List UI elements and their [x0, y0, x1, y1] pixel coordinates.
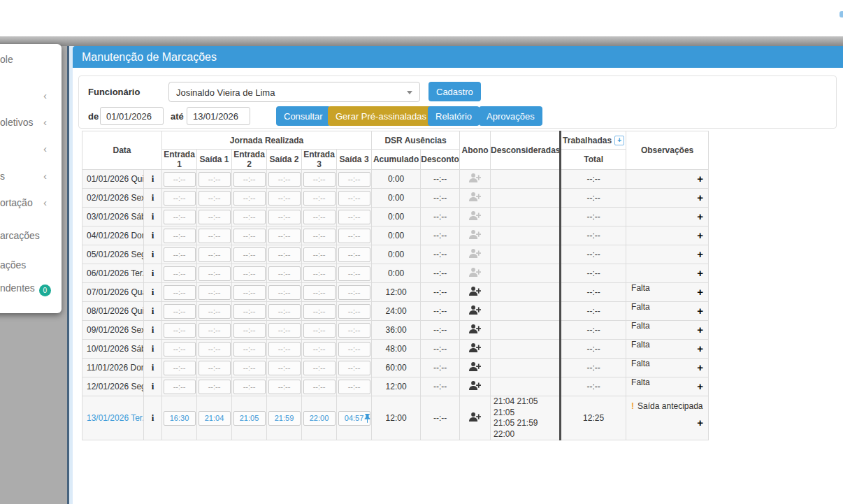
time-input[interactable]: --:-- [233, 247, 266, 262]
time-input[interactable]: --:-- [233, 229, 266, 243]
info-icon[interactable]: i [152, 230, 154, 240]
add-observation-button[interactable]: + [697, 359, 703, 377]
time-input[interactable]: --:-- [338, 172, 370, 187]
add-observation-button[interactable]: + [697, 226, 703, 245]
time-input[interactable]: --:-- [338, 361, 370, 375]
cadastro-button[interactable]: Cadastro [428, 82, 481, 101]
aprovacoes-button[interactable]: Aprovações [479, 106, 542, 126]
user-plus-icon[interactable] [469, 211, 481, 220]
time-input[interactable]: --:-- [164, 285, 196, 300]
info-icon[interactable]: i [152, 173, 154, 184]
add-observation-button[interactable]: + [697, 377, 703, 396]
info-icon[interactable]: i [152, 381, 154, 391]
user-plus-icon[interactable] [469, 305, 481, 315]
time-input[interactable]: 22:00 [303, 411, 336, 426]
time-input[interactable]: --:-- [233, 323, 266, 338]
add-observation-button[interactable]: + [697, 264, 703, 282]
time-input[interactable]: --:-- [233, 304, 266, 319]
user-plus-icon[interactable] [469, 324, 481, 333]
date-cell[interactable]: 13/01/2026 Ter. [82, 396, 144, 440]
time-input[interactable]: --:-- [268, 210, 301, 224]
add-observation-button[interactable]: + [697, 245, 703, 264]
expand-columns-icon[interactable]: + [614, 136, 624, 145]
add-observation-button[interactable]: + [697, 208, 703, 226]
sidebar-item[interactable]: ‹ [0, 90, 62, 103]
time-input[interactable]: --:-- [199, 172, 231, 187]
time-input[interactable]: 21:04 [199, 411, 231, 426]
time-input[interactable]: --:-- [268, 285, 301, 300]
time-input[interactable]: --:-- [199, 285, 231, 300]
time-input[interactable]: --:-- [233, 361, 266, 375]
user-plus-icon[interactable] [469, 230, 481, 239]
time-input[interactable]: --:-- [268, 361, 301, 375]
info-icon[interactable]: i [152, 412, 154, 423]
time-input[interactable]: --:-- [303, 191, 336, 206]
time-input[interactable]: --:-- [164, 323, 196, 338]
time-input[interactable]: --:-- [268, 380, 301, 394]
add-observation-button[interactable]: + [697, 189, 703, 207]
time-input[interactable]: --:-- [199, 304, 231, 319]
time-input[interactable]: --:-- [199, 191, 231, 206]
time-input[interactable]: --:-- [233, 191, 266, 206]
sidebar-item[interactable]: ole [0, 54, 62, 66]
time-input[interactable]: --:-- [164, 342, 196, 357]
time-input[interactable]: --:-- [199, 247, 231, 262]
time-input[interactable]: --:-- [164, 191, 196, 206]
add-observation-button[interactable]: + [697, 321, 703, 339]
time-input[interactable]: --:-- [303, 361, 336, 375]
user-plus-icon[interactable] [469, 381, 481, 390]
time-input[interactable]: 21:05 [233, 411, 266, 426]
sidebar-item[interactable]: ndentes0 [0, 282, 62, 295]
time-input[interactable]: --:-- [338, 266, 370, 281]
time-input[interactable]: 16:30 [164, 411, 196, 426]
time-input[interactable]: --:-- [268, 247, 301, 262]
time-input[interactable]: --:-- [233, 266, 266, 281]
time-input[interactable]: --:-- [199, 361, 231, 375]
info-icon[interactable]: i [152, 362, 154, 373]
time-input[interactable]: --:-- [303, 247, 336, 262]
time-input[interactable]: --:-- [164, 380, 196, 394]
time-input[interactable]: --:-- [233, 172, 266, 187]
time-input[interactable]: --:-- [268, 266, 301, 281]
time-input[interactable]: --:-- [199, 210, 231, 224]
time-input[interactable]: --:-- [303, 285, 336, 300]
time-input[interactable]: --:-- [164, 304, 196, 319]
date-from-input[interactable] [100, 107, 164, 125]
time-input[interactable]: --:-- [303, 304, 336, 319]
user-plus-icon[interactable] [469, 249, 481, 258]
time-input[interactable]: --:-- [268, 191, 301, 206]
time-input[interactable]: --:-- [164, 172, 196, 187]
info-icon[interactable]: i [152, 343, 154, 354]
add-observation-button[interactable]: + [697, 411, 703, 435]
time-input[interactable]: --:-- [268, 229, 301, 243]
sidebar-item[interactable]: ações [0, 259, 62, 272]
time-input[interactable]: --:-- [268, 304, 301, 319]
employee-select[interactable]: Josinaldo Vieira de Lima [168, 82, 420, 102]
time-input[interactable]: --:-- [199, 266, 231, 281]
relatorio-button[interactable]: Relatório [428, 106, 480, 126]
add-observation-button[interactable]: + [697, 340, 703, 358]
time-input[interactable]: --:-- [338, 304, 370, 319]
consultar-button[interactable]: Consultar [276, 106, 331, 126]
time-input[interactable]: --:-- [338, 285, 370, 300]
time-input[interactable]: 04:57 [338, 411, 370, 426]
user-plus-icon[interactable] [469, 412, 481, 422]
time-input[interactable]: --:-- [199, 229, 231, 243]
time-input[interactable]: --:-- [199, 323, 231, 338]
time-input[interactable]: --:-- [303, 266, 336, 281]
time-input[interactable]: --:-- [233, 285, 266, 300]
time-input[interactable]: --:-- [164, 210, 196, 224]
sidebar-item[interactable]: s‹ [0, 171, 62, 183]
time-input[interactable]: --:-- [268, 323, 301, 338]
time-input[interactable]: --:-- [233, 342, 266, 357]
add-observation-button[interactable]: + [697, 302, 703, 320]
time-input[interactable]: --:-- [233, 210, 266, 224]
user-plus-icon[interactable] [469, 343, 481, 352]
info-icon[interactable]: i [152, 287, 154, 297]
time-input[interactable]: --:-- [164, 229, 196, 243]
info-icon[interactable]: i [152, 192, 154, 203]
time-input[interactable]: 21:59 [268, 411, 301, 426]
time-input[interactable]: --:-- [303, 229, 336, 243]
time-input[interactable]: --:-- [303, 172, 336, 187]
time-input[interactable]: --:-- [303, 323, 336, 338]
